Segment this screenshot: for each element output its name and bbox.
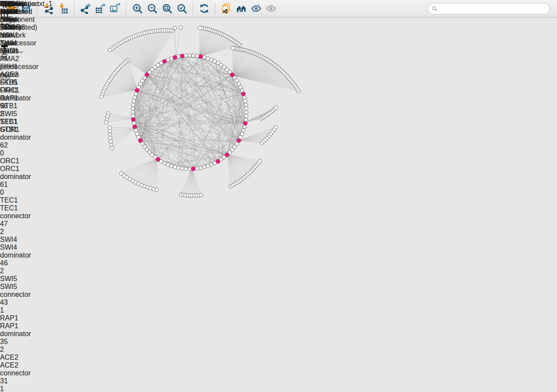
table-cell: 35 xyxy=(0,338,38,346)
table-cell: dominator xyxy=(0,173,38,181)
table-cell: RAP1 xyxy=(0,314,38,322)
table-cell: ORC1 xyxy=(0,165,38,173)
table-cell: dominator xyxy=(0,330,38,338)
network-graph[interactable] xyxy=(0,0,380,216)
search-field[interactable] xyxy=(438,6,550,12)
table-cell: 1 xyxy=(0,306,38,314)
tab-network-table[interactable]: Network Table xyxy=(0,31,26,47)
memory-button[interactable]: Memory xyxy=(0,0,25,8)
table-cell: 1 xyxy=(0,385,38,392)
table-cell: SWI4 xyxy=(0,244,38,251)
table-row[interactable]: TEC1TEC1connector472 xyxy=(0,196,38,236)
column-header-predecessor-nodes[interactable]: predecessor nodes xyxy=(0,55,38,79)
table-cell: 61 xyxy=(0,181,38,189)
table-row[interactable]: SWI5SWI5connector431 xyxy=(0,275,38,314)
table-row[interactable]: RAP1RAP1dominator352 xyxy=(0,314,38,354)
table-cell: 2 xyxy=(0,267,38,275)
table-panel-tabs: Node TableEdge TableNetwork TableMotifs xyxy=(0,0,26,55)
table-cell: SWI4 xyxy=(0,236,38,244)
table-cell: 31 xyxy=(0,377,38,385)
table-cell: 47 xyxy=(0,220,38,228)
table-cell: SWI5 xyxy=(0,275,38,283)
table-cell: 2 xyxy=(0,228,38,236)
sitemap-icon xyxy=(0,55,5,62)
search-input[interactable] xyxy=(428,3,550,14)
table-cell: FKH1 xyxy=(0,79,38,86)
table-row[interactable]: SWI4SWI4dominator462 xyxy=(0,236,38,275)
table-cell: 2 xyxy=(0,110,38,118)
network-view-canvas[interactable] xyxy=(0,0,380,218)
table-row[interactable]: FKH1FKH1dominator962 xyxy=(0,79,38,118)
table-cell: FKH1 xyxy=(0,86,38,94)
table-cell: 46 xyxy=(0,259,38,267)
node-table[interactable]: shared namenameMCDS rolesuccessor nodesp… xyxy=(0,0,38,392)
table-cell: dominator xyxy=(0,251,38,259)
table-cell: dominator xyxy=(0,134,38,141)
table-cell: STB1 xyxy=(0,126,38,134)
search-icon xyxy=(432,6,438,12)
table-cell: RAP1 xyxy=(0,322,38,330)
table-cell: connector xyxy=(0,369,38,377)
table-cell: TEC1 xyxy=(0,196,38,204)
table-cell: ACE2 xyxy=(0,354,38,361)
memory-label: Memory xyxy=(0,0,25,7)
table-cell: ORC1 xyxy=(0,157,38,165)
table-cell: connector xyxy=(0,212,38,220)
table-cell: 2 xyxy=(0,346,38,354)
tab-edge-table[interactable]: Edge Table xyxy=(0,16,26,31)
tab-motifs[interactable]: Motifs xyxy=(0,47,26,55)
table-row[interactable]: ACE2ACE2connector311 xyxy=(0,354,38,392)
table-cell: 0 xyxy=(0,189,38,196)
table-cell: 62 xyxy=(0,141,38,149)
table-cell: SWI5 xyxy=(0,283,38,291)
table-row[interactable]: STB1STB1dominator620 xyxy=(0,118,38,157)
table-cell: TEC1 xyxy=(0,204,38,212)
table-cell: STB1 xyxy=(0,118,38,126)
table-cell: connector xyxy=(0,291,38,299)
table-cell: dominator xyxy=(0,94,38,102)
table-cell: 0 xyxy=(0,149,38,157)
table-cell: 43 xyxy=(0,299,38,306)
table-cell: 96 xyxy=(0,102,38,110)
table-row[interactable]: ORC1ORC1dominator610 xyxy=(0,157,38,196)
table-cell: ACE2 xyxy=(0,361,38,369)
